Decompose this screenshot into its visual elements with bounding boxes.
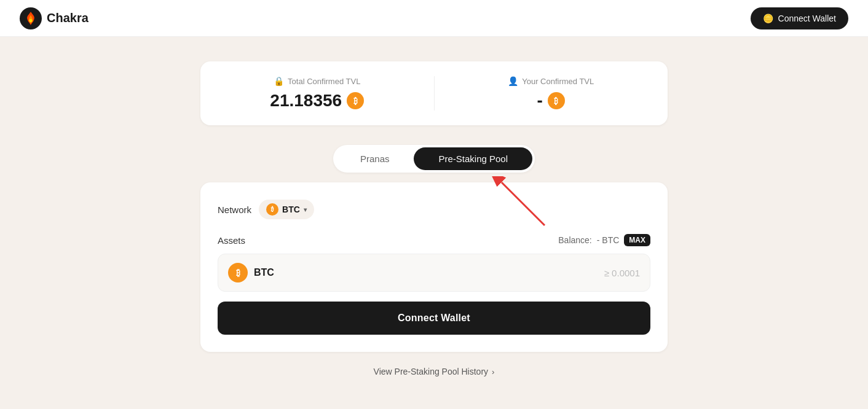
header-connect-wallet-button[interactable]: 🪙 Connect Wallet [751,7,848,29]
asset-amount-placeholder: ≥ 0.0001 [604,268,640,278]
chevron-right-icon: › [492,367,494,376]
btc-coin-your: ₿ [548,92,565,109]
history-link[interactable]: View Pre-Staking Pool History › [374,367,495,376]
btc-network-icon: ₿ [266,203,278,216]
network-row: Network ₿ BTC ▾ [218,200,650,219]
history-link-label: View Pre-Staking Pool History [374,367,488,376]
btc-coin-total: ₿ [347,92,364,109]
tvl-card: 🔒 Total Confirmed TVL 21.18356 ₿ 👤 Your … [200,61,668,125]
tab-prestaking[interactable]: Pre-Staking Pool [414,147,532,170]
main-connect-wallet-button[interactable]: Connect Wallet [218,302,650,335]
tab-pranas[interactable]: Pranas [336,147,414,170]
header: Chakra 🪙 Connect Wallet [0,0,868,37]
your-tvl-label: 👤 Your Confirmed TVL [508,76,594,86]
balance-value: - BTC [597,235,620,245]
network-selector-button[interactable]: ₿ BTC ▾ [259,200,314,219]
total-tvl-section: 🔒 Total Confirmed TVL 21.18356 ₿ [200,76,434,111]
total-tvl-value: 21.18356 ₿ [270,91,364,111]
btc-asset-icon: ₿ [228,263,248,282]
chevron-down-icon: ▾ [304,206,307,213]
user-icon: 👤 [508,76,518,86]
logo: Chakra [20,7,89,29]
balance-area: Balance: - BTC MAX [558,234,650,246]
network-label: Network [218,204,251,215]
balance-label: Balance: [558,235,591,245]
wallet-icon: 🪙 [763,14,773,23]
assets-row: Assets Balance: - BTC MAX [218,234,650,246]
logo-text: Chakra [47,11,89,25]
svg-point-1 [29,18,32,21]
your-tvl-value: - ₿ [537,91,565,111]
total-tvl-label: 🔒 Total Confirmed TVL [274,76,360,86]
header-connect-wallet-label: Connect Wallet [778,14,836,23]
your-tvl-section: 👤 Your Confirmed TVL - ₿ [434,76,668,111]
asset-name: BTC [254,267,274,278]
arrow-svg [489,176,563,232]
pool-card: Network ₿ BTC ▾ Assets Balance: - BTC MA… [200,182,668,352]
chakra-logo-icon [20,7,42,29]
assets-label: Assets [218,235,245,246]
tabs-container: Pranas Pre-Staking Pool [333,145,535,173]
asset-info: ₿ BTC [228,263,274,282]
max-button[interactable]: MAX [624,234,650,246]
lock-icon: 🔒 [274,76,284,86]
network-value: BTC [282,204,300,214]
main-content: 🔒 Total Confirmed TVL 21.18356 ₿ 👤 Your … [0,37,868,401]
asset-input-row: ₿ BTC ≥ 0.0001 [218,254,650,292]
